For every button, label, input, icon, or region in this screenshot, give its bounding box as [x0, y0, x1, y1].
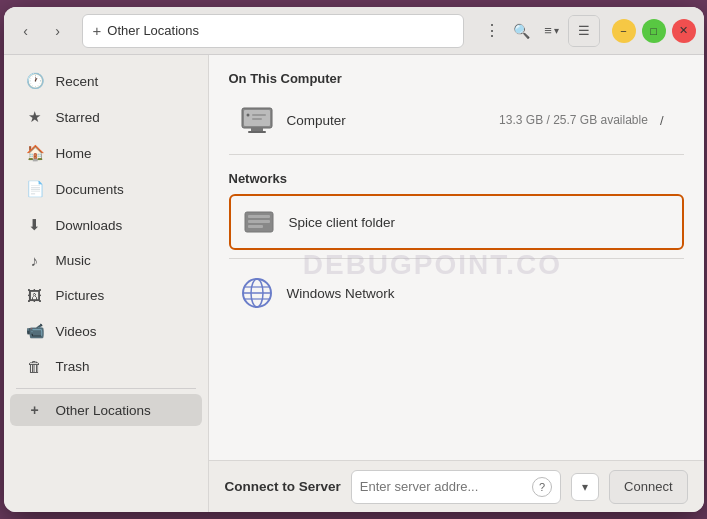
videos-icon: 📹	[26, 322, 44, 340]
forward-button[interactable]: ›	[44, 17, 72, 45]
sidebar: 🕐 Recent ★ Starred 🏠 Home 📄 Documents ⬇ …	[4, 55, 209, 512]
documents-icon: 📄	[26, 180, 44, 198]
connect-button[interactable]: Connect	[609, 470, 687, 504]
windows-network-name: Windows Network	[287, 286, 674, 301]
sidebar-label-videos: Videos	[56, 324, 97, 339]
server-input[interactable]	[360, 479, 528, 494]
sidebar-label-recent: Recent	[56, 74, 99, 89]
spice-item[interactable]: Spice client folder	[229, 194, 684, 250]
music-icon: ♪	[26, 252, 44, 269]
svg-rect-5	[252, 114, 266, 116]
trash-icon: 🗑	[26, 358, 44, 375]
separator-1	[229, 154, 684, 155]
sidebar-item-starred[interactable]: ★ Starred	[10, 100, 202, 134]
location-bar[interactable]: + Other Locations	[82, 14, 464, 48]
svg-rect-10	[248, 225, 263, 228]
sort-button[interactable]: ≡ ▾	[538, 17, 566, 45]
maximize-button[interactable]: □	[642, 19, 666, 43]
location-text: Other Locations	[107, 23, 199, 38]
menu-button[interactable]: ⋮	[478, 17, 506, 45]
titlebar-actions: ⋮ 🔍 ≡ ▾ ☰	[478, 15, 600, 47]
sidebar-item-recent[interactable]: 🕐 Recent	[10, 64, 202, 98]
search-button[interactable]: 🔍	[508, 17, 536, 45]
sidebar-label-trash: Trash	[56, 359, 90, 374]
sidebar-item-documents[interactable]: 📄 Documents	[10, 172, 202, 206]
file-manager-window: ‹ › + Other Locations ⋮ 🔍 ≡ ▾ ☰ − □ ✕	[4, 7, 704, 512]
computer-item[interactable]: Computer 13.3 GB / 25.7 GB available /	[229, 94, 684, 146]
sidebar-label-music: Music	[56, 253, 91, 268]
connect-to-server-label: Connect to Server	[225, 479, 341, 494]
recent-icon: 🕐	[26, 72, 44, 90]
computer-info: 13.3 GB / 25.7 GB available	[499, 113, 648, 127]
separator-2	[229, 258, 684, 259]
server-input-wrap[interactable]: ?	[351, 470, 561, 504]
sidebar-item-videos[interactable]: 📹 Videos	[10, 314, 202, 348]
spice-icon	[241, 204, 277, 240]
window-controls: − □ ✕	[612, 19, 696, 43]
main-content: 🕐 Recent ★ Starred 🏠 Home 📄 Documents ⬇ …	[4, 55, 704, 512]
location-plus-icon: +	[93, 22, 102, 39]
sidebar-label-pictures: Pictures	[56, 288, 105, 303]
home-icon: 🏠	[26, 144, 44, 162]
view-toggle: ☰	[568, 15, 600, 47]
computer-icon	[239, 102, 275, 138]
networks-label: Networks	[229, 171, 684, 186]
pictures-icon: 🖼	[26, 287, 44, 304]
downloads-icon: ⬇	[26, 216, 44, 234]
svg-rect-6	[252, 118, 262, 120]
spice-name: Spice client folder	[289, 215, 672, 230]
svg-rect-2	[251, 128, 263, 131]
sidebar-item-downloads[interactable]: ⬇ Downloads	[10, 208, 202, 242]
windows-network-icon	[239, 275, 275, 311]
svg-rect-9	[248, 220, 270, 223]
list-view-button[interactable]: ☰	[569, 16, 599, 46]
sidebar-separator	[16, 388, 196, 389]
help-button[interactable]: ?	[532, 477, 552, 497]
windows-network-item[interactable]: Windows Network	[229, 267, 684, 319]
sidebar-label-downloads: Downloads	[56, 218, 123, 233]
computer-path: /	[660, 113, 674, 128]
on-this-computer-label: On This Computer	[229, 71, 684, 86]
networks-section: Networks Spice client folder	[229, 171, 684, 250]
sidebar-label-other-locations: Other Locations	[56, 403, 151, 418]
other-locations-icon: +	[26, 402, 44, 418]
sidebar-label-starred: Starred	[56, 110, 100, 125]
svg-point-4	[246, 114, 249, 117]
sidebar-label-documents: Documents	[56, 182, 124, 197]
sidebar-item-pictures[interactable]: 🖼 Pictures	[10, 279, 202, 312]
svg-rect-3	[248, 131, 266, 133]
sidebar-item-other-locations[interactable]: + Other Locations	[10, 394, 202, 426]
sort-icon: ≡	[544, 23, 552, 38]
file-area: On This Computer Computer	[209, 55, 704, 512]
sidebar-item-home[interactable]: 🏠 Home	[10, 136, 202, 170]
starred-icon: ★	[26, 108, 44, 126]
back-button[interactable]: ‹	[12, 17, 40, 45]
bottom-bar: Connect to Server ? ▾ Connect	[209, 460, 704, 512]
file-content: On This Computer Computer	[209, 55, 704, 460]
computer-name: Computer	[287, 113, 488, 128]
sidebar-item-trash[interactable]: 🗑 Trash	[10, 350, 202, 383]
svg-rect-8	[248, 215, 270, 218]
sidebar-label-home: Home	[56, 146, 92, 161]
titlebar: ‹ › + Other Locations ⋮ 🔍 ≡ ▾ ☰ − □ ✕	[4, 7, 704, 55]
server-dropdown-button[interactable]: ▾	[571, 473, 599, 501]
minimize-button[interactable]: −	[612, 19, 636, 43]
sort-dropdown-icon: ▾	[554, 25, 559, 36]
close-button[interactable]: ✕	[672, 19, 696, 43]
sidebar-item-music[interactable]: ♪ Music	[10, 244, 202, 277]
